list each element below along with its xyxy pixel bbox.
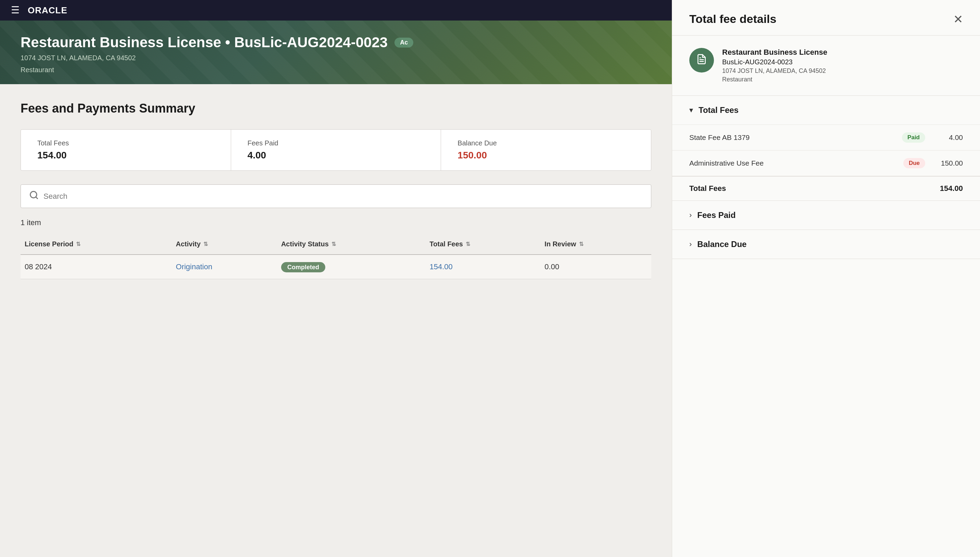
status-badge: Ac bbox=[394, 37, 413, 47]
summary-cards: Total Fees 154.00 Fees Paid 4.00 Balance… bbox=[21, 129, 651, 171]
search-input[interactable] bbox=[44, 192, 643, 201]
header-banner: Restaurant Business License • BusLic-AUG… bbox=[0, 21, 672, 84]
balance-due-accordion-header[interactable]: › Balance Due bbox=[672, 230, 980, 259]
fees-paid-accordion-label: Fees Paid bbox=[697, 210, 735, 220]
table-header-row: License Period ⇅ Activity ⇅ Activity Sta… bbox=[21, 234, 651, 254]
fee-name-admin-fee: Administrative Use Fee bbox=[689, 159, 903, 167]
license-address: 1074 JOST LN, ALAMEDA, CA 94502 bbox=[722, 67, 827, 75]
col-total-fees[interactable]: Total Fees ⇅ bbox=[426, 234, 541, 254]
cell-activity[interactable]: Origination bbox=[172, 254, 277, 279]
col-activity-status[interactable]: Activity Status ⇅ bbox=[277, 234, 426, 254]
chevron-down-icon: ▾ bbox=[689, 106, 693, 115]
sort-icon-activity-status: ⇅ bbox=[332, 241, 336, 248]
hamburger-icon[interactable]: ☰ bbox=[11, 5, 20, 15]
balance-due-accordion: › Balance Due bbox=[672, 230, 980, 259]
license-info-text: Restaurant Business License BusLic-AUG20… bbox=[722, 48, 827, 83]
total-fee-row: Total Fees 154.00 bbox=[672, 176, 980, 200]
cell-activity-status: Completed bbox=[277, 254, 426, 279]
total-fees-accordion: ▾ Total Fees State Fee AB 1379 Paid 4.00… bbox=[672, 96, 980, 201]
balance-due-value: 150.00 bbox=[457, 150, 634, 161]
summary-card-balance-due: Balance Due 150.00 bbox=[441, 130, 651, 170]
close-button[interactable]: ✕ bbox=[953, 13, 963, 25]
balance-due-label: Balance Due bbox=[457, 139, 634, 147]
header-type: Restaurant bbox=[21, 66, 651, 74]
sort-icon-license-period: ⇅ bbox=[76, 241, 80, 248]
cell-license-period: 08 2024 bbox=[21, 254, 172, 279]
oracle-logo: ORACLE bbox=[28, 5, 67, 16]
search-container bbox=[21, 184, 651, 208]
panel-license-info: Restaurant Business License BusLic-AUG20… bbox=[672, 36, 980, 96]
fees-paid-value: 4.00 bbox=[248, 150, 425, 161]
main-content: Fees and Payments Summary Total Fees 154… bbox=[0, 84, 672, 557]
header-address: 1074 JOST LN, ALAMEDA, CA 94502 bbox=[21, 54, 651, 62]
fee-row-admin-fee: Administrative Use Fee Due 150.00 bbox=[672, 150, 980, 176]
fee-status-due: Due bbox=[903, 158, 925, 168]
panel-header: Total fee details ✕ bbox=[672, 0, 980, 36]
table-row: 08 2024 Origination Completed 154.00 0.0… bbox=[21, 254, 651, 279]
total-fee-amount: 154.00 bbox=[940, 184, 963, 193]
svg-line-1 bbox=[36, 197, 37, 199]
license-icon-circle bbox=[689, 48, 714, 73]
fee-status-paid: Paid bbox=[902, 132, 925, 143]
fee-amount-admin-fee: 150.00 bbox=[936, 159, 963, 167]
license-id: BusLic-AUG2024-0023 bbox=[722, 58, 827, 66]
document-icon bbox=[696, 54, 707, 67]
total-fees-value: 154.00 bbox=[37, 150, 214, 161]
col-in-review[interactable]: In Review ⇅ bbox=[540, 234, 651, 254]
fee-amount-state-fee: 4.00 bbox=[936, 134, 963, 142]
total-fee-label: Total Fees bbox=[689, 184, 940, 193]
balance-due-accordion-label: Balance Due bbox=[697, 239, 746, 249]
cell-in-review: 0.00 bbox=[540, 254, 651, 279]
top-nav: ☰ ORACLE bbox=[0, 0, 672, 21]
fees-paid-accordion-header[interactable]: › Fees Paid bbox=[672, 201, 980, 230]
license-name: Restaurant Business License bbox=[722, 48, 827, 57]
sort-icon-in-review: ⇅ bbox=[579, 241, 583, 248]
fee-row-state-fee: State Fee AB 1379 Paid 4.00 bbox=[672, 125, 980, 150]
total-fees-accordion-label: Total Fees bbox=[699, 105, 738, 115]
col-activity[interactable]: Activity ⇅ bbox=[172, 234, 277, 254]
total-fees-label: Total Fees bbox=[37, 139, 214, 147]
data-table: License Period ⇅ Activity ⇅ Activity Sta… bbox=[21, 234, 651, 279]
summary-card-total-fees: Total Fees 154.00 bbox=[21, 130, 231, 170]
fees-paid-label: Fees Paid bbox=[248, 139, 425, 147]
panel-title: Total fee details bbox=[689, 12, 776, 26]
col-license-period[interactable]: License Period ⇅ bbox=[21, 234, 172, 254]
sort-icon-activity: ⇅ bbox=[203, 241, 208, 248]
chevron-right-icon-2: › bbox=[689, 240, 692, 249]
total-fees-accordion-header[interactable]: ▾ Total Fees bbox=[672, 96, 980, 125]
cell-total-fees: 154.00 bbox=[426, 254, 541, 279]
fees-paid-accordion: › Fees Paid bbox=[672, 201, 980, 230]
fee-name-state-fee: State Fee AB 1379 bbox=[689, 134, 902, 142]
search-icon bbox=[29, 190, 39, 202]
item-count: 1 item bbox=[21, 218, 651, 227]
license-type: Restaurant bbox=[722, 76, 827, 83]
sort-icon-total-fees: ⇅ bbox=[466, 241, 470, 248]
chevron-right-icon: › bbox=[689, 211, 692, 220]
page-title: Restaurant Business License • BusLic-AUG… bbox=[21, 34, 388, 50]
section-title: Fees and Payments Summary bbox=[21, 101, 651, 116]
right-panel: Total fee details ✕ Restaurant Business … bbox=[672, 0, 980, 557]
completed-badge: Completed bbox=[281, 262, 325, 272]
summary-card-fees-paid: Fees Paid 4.00 bbox=[231, 130, 441, 170]
